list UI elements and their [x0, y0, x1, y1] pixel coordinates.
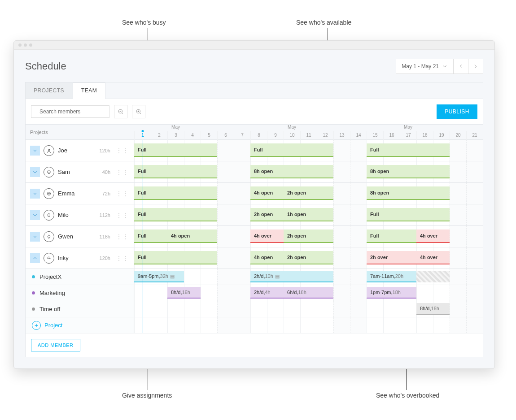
expand-toggle[interactable]	[30, 253, 40, 263]
publish-button[interactable]: PUBLISH	[437, 104, 477, 119]
search-field[interactable]	[39, 108, 107, 115]
project-color-dot	[32, 307, 35, 311]
grid-left-header: Projects	[26, 125, 134, 139]
schedule-bar[interactable]: 1pm-7pm, 18h	[367, 287, 416, 299]
project-name: Time off	[39, 306, 60, 312]
drag-handle[interactable]: ⋮⋮	[116, 192, 129, 195]
schedule-bar[interactable]	[416, 271, 450, 282]
svg-point-12	[48, 192, 51, 195]
svg-point-9	[48, 149, 50, 151]
schedule-bar[interactable]: Full	[134, 165, 217, 178]
search-input[interactable]	[31, 105, 109, 118]
project-color-dot	[32, 275, 35, 278]
avatar-icon	[44, 253, 54, 264]
schedule-bar[interactable]: 2h open	[250, 208, 284, 221]
schedule-bar[interactable]: 6h/d, 18h	[284, 287, 333, 299]
zoom-in-button[interactable]	[132, 105, 145, 118]
member-name: Emma	[58, 190, 75, 197]
drag-handle[interactable]: ⋮⋮	[116, 149, 129, 152]
avatar-icon	[44, 210, 54, 221]
prev-button[interactable]	[453, 59, 468, 74]
schedule-bar[interactable]: 4h over	[416, 251, 450, 264]
callout-available: See who's available	[296, 19, 351, 26]
expand-toggle[interactable]	[30, 146, 40, 156]
schedule-bar[interactable]: 8h/d, 16h	[167, 287, 201, 299]
schedule-bar[interactable]: 2h open	[284, 186, 333, 200]
schedule-bar[interactable]: 2h open	[284, 229, 333, 243]
expand-toggle[interactable]	[30, 189, 40, 199]
next-button[interactable]	[468, 59, 483, 74]
callout-assignments: Give assignments	[122, 392, 172, 399]
schedule-bar[interactable]: Full	[134, 208, 217, 221]
member-row: Inky 120h ⋮⋮ Full4h open2h open2h over4h…	[26, 247, 483, 269]
member-hours: 120h	[100, 148, 110, 153]
expand-toggle[interactable]	[30, 167, 40, 177]
schedule-bar[interactable]: 4h open	[250, 251, 284, 264]
schedule-bar[interactable]: 2h over	[367, 251, 416, 264]
chevron-left-icon	[458, 63, 464, 69]
schedule-bar[interactable]: 8h/d, 16h	[416, 303, 450, 315]
date-range-picker[interactable]: May 1 - May 21	[396, 59, 454, 74]
drag-handle[interactable]: ⋮⋮	[116, 235, 129, 238]
drag-handle[interactable]: ⋮⋮	[116, 171, 129, 173]
schedule-bar[interactable]: 2h open	[284, 251, 333, 264]
svg-line-8	[140, 113, 141, 114]
schedule-bar[interactable]: 7am-11am, 20h	[367, 271, 416, 282]
drag-handle[interactable]: ⋮⋮	[116, 214, 129, 216]
avatar-icon	[44, 145, 54, 156]
schedule-bar[interactable]: Full	[134, 186, 217, 200]
member-hours: 40h	[102, 169, 110, 175]
schedule-bar[interactable]: 9am-5pm, 32h ▤	[134, 271, 184, 282]
schedule-bar[interactable]: 4h open	[250, 186, 284, 200]
note-icon: ▤	[170, 273, 175, 279]
member-name: Joe	[58, 147, 67, 154]
chevron-icon	[32, 169, 38, 175]
schedule-bar[interactable]: 1h open	[284, 208, 333, 221]
schedule-bar[interactable]: Full	[367, 229, 416, 243]
schedule-bar[interactable]: Full	[134, 229, 167, 243]
schedule-bar[interactable]: 2h/d, 4h	[250, 287, 284, 299]
tabs: PROJECTS TEAM	[26, 82, 483, 99]
schedule-bar[interactable]: 8h open	[367, 186, 450, 200]
member-hours: 120h	[100, 255, 110, 261]
member-row: Joe 120h ⋮⋮ FullFullFull	[26, 140, 483, 161]
member-hours: 118h	[100, 234, 110, 239]
schedule-bar[interactable]: 4h over	[416, 229, 450, 243]
member-hours: 72h	[102, 191, 110, 196]
schedule-bar[interactable]: 8h open	[367, 165, 450, 178]
add-project-row[interactable]: + Project	[26, 317, 483, 333]
schedule-bar[interactable]: 4h open	[167, 229, 217, 243]
schedule-bar[interactable]: 4h over	[250, 229, 284, 243]
member-name: Milo	[58, 212, 69, 218]
project-color-dot	[32, 291, 35, 294]
add-member-button[interactable]: ADD MEMBER	[31, 339, 80, 351]
member-name: Sam	[58, 169, 70, 175]
expand-toggle[interactable]	[30, 210, 40, 220]
tab-team[interactable]: TEAM	[73, 82, 105, 99]
svg-rect-10	[48, 171, 50, 173]
project-name: ProjectX	[39, 273, 61, 280]
project-subrow: Time off 8h/d, 16h	[26, 301, 483, 317]
chevron-icon	[32, 191, 38, 197]
svg-point-15	[49, 258, 50, 259]
schedule-bar[interactable]: Full	[367, 143, 450, 157]
member-row: Milo 112h ⋮⋮ Full2h open1h openFull	[26, 204, 483, 226]
schedule-bar[interactable]: Full	[134, 143, 217, 157]
member-hours: 112h	[100, 212, 110, 218]
schedule-bar[interactable]: Full	[367, 208, 450, 221]
schedule-bar[interactable]: 8h open	[250, 165, 333, 178]
schedule-bar[interactable]: 2h/d, 10h ▤	[250, 271, 333, 282]
schedule-bar[interactable]: Full	[134, 251, 217, 264]
caret-down-icon	[442, 63, 448, 69]
svg-point-14	[48, 258, 49, 259]
project-name: Marketing	[39, 290, 65, 296]
tab-projects[interactable]: PROJECTS	[26, 82, 73, 99]
drag-handle[interactable]: ⋮⋮	[116, 257, 129, 260]
chevron-icon	[32, 147, 38, 154]
schedule-bar[interactable]: Full	[250, 143, 333, 157]
callout-overbooked: See who's overbooked	[376, 392, 439, 399]
member-name: Inky	[58, 255, 69, 261]
zoom-out-button[interactable]	[114, 105, 127, 118]
avatar-icon	[44, 188, 54, 199]
expand-toggle[interactable]	[30, 232, 40, 242]
